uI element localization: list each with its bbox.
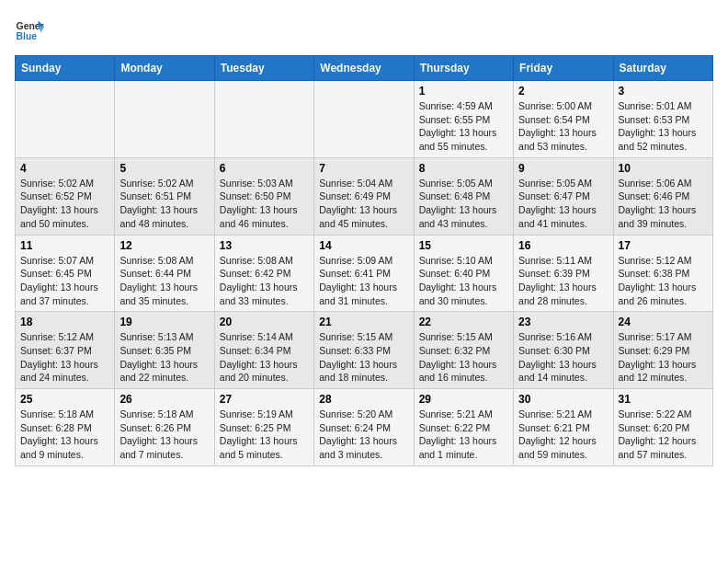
day-info: Sunrise: 5:10 AM Sunset: 6:40 PM Dayligh… [419, 254, 508, 308]
calendar-cell: 24Sunrise: 5:17 AM Sunset: 6:29 PM Dayli… [613, 312, 712, 389]
calendar-cell: 27Sunrise: 5:19 AM Sunset: 6:25 PM Dayli… [214, 389, 313, 466]
calendar-cell: 20Sunrise: 5:14 AM Sunset: 6:34 PM Dayli… [214, 312, 313, 389]
day-number: 24 [619, 316, 708, 328]
day-info: Sunrise: 5:03 AM Sunset: 6:50 PM Dayligh… [220, 177, 309, 231]
day-number: 8 [419, 162, 508, 175]
day-number: 2 [518, 85, 608, 98]
calendar-cell: 4Sunrise: 5:02 AM Sunset: 6:52 PM Daylig… [16, 157, 115, 235]
day-number: 4 [20, 162, 109, 175]
day-info: Sunrise: 5:07 AM Sunset: 6:45 PM Dayligh… [20, 254, 109, 308]
day-header-wednesday: Wednesday [314, 56, 414, 81]
day-info: Sunrise: 5:13 AM Sunset: 6:35 PM Dayligh… [119, 330, 209, 385]
day-header-saturday: Saturday [613, 56, 712, 81]
day-number: 28 [319, 393, 408, 406]
day-number: 20 [220, 316, 309, 328]
day-header-thursday: Thursday [414, 56, 513, 81]
day-info: Sunrise: 5:11 AM Sunset: 6:39 PM Dayligh… [518, 254, 608, 308]
day-number: 12 [119, 239, 209, 252]
day-info: Sunrise: 5:20 AM Sunset: 6:24 PM Dayligh… [319, 408, 408, 462]
calendar-cell: 12Sunrise: 5:08 AM Sunset: 6:44 PM Dayli… [115, 235, 214, 312]
calendar-cell: 8Sunrise: 5:05 AM Sunset: 6:48 PM Daylig… [414, 157, 513, 235]
calendar-cell [115, 81, 214, 158]
week-row-1: 1Sunrise: 4:59 AM Sunset: 6:55 PM Daylig… [16, 81, 713, 158]
day-info: Sunrise: 5:08 AM Sunset: 6:42 PM Dayligh… [220, 254, 309, 308]
day-number: 31 [619, 393, 708, 406]
day-number: 6 [220, 162, 309, 175]
calendar-cell: 2Sunrise: 5:00 AM Sunset: 6:54 PM Daylig… [514, 81, 613, 158]
logo: General Blue [15, 15, 48, 44]
calendar-cell: 19Sunrise: 5:13 AM Sunset: 6:35 PM Dayli… [115, 312, 214, 389]
day-number: 3 [619, 85, 708, 98]
logo-icon: General Blue [15, 15, 44, 44]
day-number: 16 [518, 239, 608, 252]
week-row-4: 18Sunrise: 5:12 AM Sunset: 6:37 PM Dayli… [16, 312, 713, 389]
day-number: 18 [20, 316, 109, 328]
calendar-cell: 23Sunrise: 5:16 AM Sunset: 6:30 PM Dayli… [514, 312, 613, 389]
day-info: Sunrise: 5:18 AM Sunset: 6:28 PM Dayligh… [20, 408, 109, 462]
day-info: Sunrise: 5:05 AM Sunset: 6:47 PM Dayligh… [518, 177, 608, 231]
calendar-cell: 7Sunrise: 5:04 AM Sunset: 6:49 PM Daylig… [314, 157, 414, 235]
day-number: 17 [619, 239, 708, 252]
calendar-cell: 15Sunrise: 5:10 AM Sunset: 6:40 PM Dayli… [414, 235, 513, 312]
day-info: Sunrise: 5:21 AM Sunset: 6:22 PM Dayligh… [419, 408, 508, 462]
week-row-3: 11Sunrise: 5:07 AM Sunset: 6:45 PM Dayli… [16, 235, 713, 312]
calendar-cell: 31Sunrise: 5:22 AM Sunset: 6:20 PM Dayli… [613, 389, 712, 466]
day-header-friday: Friday [514, 56, 613, 81]
day-number: 26 [119, 393, 209, 406]
day-info: Sunrise: 5:15 AM Sunset: 6:32 PM Dayligh… [419, 330, 508, 385]
day-number: 1 [419, 85, 508, 98]
day-number: 22 [419, 316, 508, 328]
header-row: SundayMondayTuesdayWednesdayThursdayFrid… [16, 56, 713, 81]
calendar-cell: 25Sunrise: 5:18 AM Sunset: 6:28 PM Dayli… [16, 389, 115, 466]
day-number: 11 [20, 239, 109, 252]
calendar-cell: 9Sunrise: 5:05 AM Sunset: 6:47 PM Daylig… [514, 157, 613, 235]
day-info: Sunrise: 5:00 AM Sunset: 6:54 PM Dayligh… [518, 99, 608, 154]
calendar-cell: 22Sunrise: 5:15 AM Sunset: 6:32 PM Dayli… [414, 312, 513, 389]
day-info: Sunrise: 5:15 AM Sunset: 6:33 PM Dayligh… [319, 330, 408, 385]
day-info: Sunrise: 5:06 AM Sunset: 6:46 PM Dayligh… [619, 177, 708, 231]
calendar-cell: 1Sunrise: 4:59 AM Sunset: 6:55 PM Daylig… [414, 81, 513, 158]
day-header-tuesday: Tuesday [214, 56, 313, 81]
day-number: 5 [119, 162, 209, 175]
day-info: Sunrise: 4:59 AM Sunset: 6:55 PM Dayligh… [419, 99, 508, 154]
day-number: 9 [518, 162, 608, 175]
day-info: Sunrise: 5:08 AM Sunset: 6:44 PM Dayligh… [119, 254, 209, 308]
day-info: Sunrise: 5:02 AM Sunset: 6:51 PM Dayligh… [119, 177, 209, 231]
calendar-cell: 28Sunrise: 5:20 AM Sunset: 6:24 PM Dayli… [314, 389, 414, 466]
day-info: Sunrise: 5:04 AM Sunset: 6:49 PM Dayligh… [319, 177, 408, 231]
day-number: 23 [518, 316, 608, 328]
calendar-cell: 6Sunrise: 5:03 AM Sunset: 6:50 PM Daylig… [214, 157, 313, 235]
day-info: Sunrise: 5:09 AM Sunset: 6:41 PM Dayligh… [319, 254, 408, 308]
day-info: Sunrise: 5:19 AM Sunset: 6:25 PM Dayligh… [220, 408, 309, 462]
day-number: 14 [319, 239, 408, 252]
calendar-cell [16, 81, 115, 158]
calendar-cell: 30Sunrise: 5:21 AM Sunset: 6:21 PM Dayli… [514, 389, 613, 466]
day-number: 21 [319, 316, 408, 328]
page-header: General Blue [15, 15, 713, 44]
calendar-cell [314, 81, 414, 158]
calendar-cell: 21Sunrise: 5:15 AM Sunset: 6:33 PM Dayli… [314, 312, 414, 389]
calendar-cell: 29Sunrise: 5:21 AM Sunset: 6:22 PM Dayli… [414, 389, 513, 466]
day-number: 13 [220, 239, 309, 252]
day-number: 25 [20, 393, 109, 406]
day-info: Sunrise: 5:01 AM Sunset: 6:53 PM Dayligh… [619, 99, 708, 154]
day-info: Sunrise: 5:12 AM Sunset: 6:37 PM Dayligh… [20, 330, 109, 385]
day-info: Sunrise: 5:17 AM Sunset: 6:29 PM Dayligh… [619, 330, 708, 385]
day-number: 29 [419, 393, 508, 406]
day-number: 10 [619, 162, 708, 175]
day-number: 15 [419, 239, 508, 252]
day-info: Sunrise: 5:22 AM Sunset: 6:20 PM Dayligh… [619, 408, 708, 462]
calendar-cell: 18Sunrise: 5:12 AM Sunset: 6:37 PM Dayli… [16, 312, 115, 389]
calendar-cell: 16Sunrise: 5:11 AM Sunset: 6:39 PM Dayli… [514, 235, 613, 312]
calendar-cell [214, 81, 313, 158]
week-row-2: 4Sunrise: 5:02 AM Sunset: 6:52 PM Daylig… [16, 157, 713, 235]
day-info: Sunrise: 5:12 AM Sunset: 6:38 PM Dayligh… [619, 254, 708, 308]
calendar-table: SundayMondayTuesdayWednesdayThursdayFrid… [15, 55, 713, 466]
calendar-cell: 10Sunrise: 5:06 AM Sunset: 6:46 PM Dayli… [613, 157, 712, 235]
calendar-cell: 14Sunrise: 5:09 AM Sunset: 6:41 PM Dayli… [314, 235, 414, 312]
day-number: 7 [319, 162, 408, 175]
calendar-cell: 26Sunrise: 5:18 AM Sunset: 6:26 PM Dayli… [115, 389, 214, 466]
day-info: Sunrise: 5:05 AM Sunset: 6:48 PM Dayligh… [419, 177, 508, 231]
day-info: Sunrise: 5:18 AM Sunset: 6:26 PM Dayligh… [119, 408, 209, 462]
day-number: 30 [518, 393, 608, 406]
